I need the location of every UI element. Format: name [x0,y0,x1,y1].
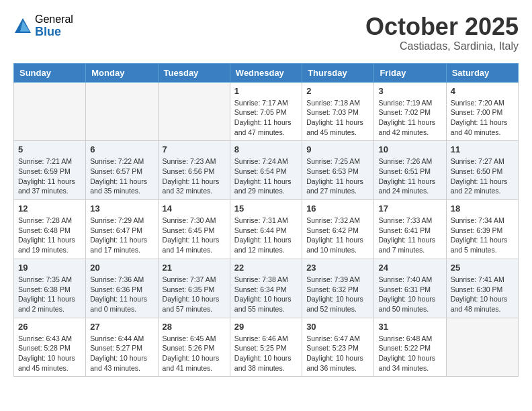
day-cell: 20Sunrise: 7:36 AM Sunset: 6:36 PM Dayli… [86,259,158,318]
day-number: 3 [378,86,441,96]
day-cell: 16Sunrise: 7:32 AM Sunset: 6:42 PM Dayli… [302,200,374,259]
day-number: 22 [234,263,298,273]
day-number: 31 [378,322,441,332]
day-info: Sunrise: 7:29 AM Sunset: 6:47 PM Dayligh… [90,216,153,255]
day-cell: 26Sunrise: 6:43 AM Sunset: 5:28 PM Dayli… [14,318,86,377]
day-cell: 9Sunrise: 7:25 AM Sunset: 6:53 PM Daylig… [302,141,374,200]
day-cell: 14Sunrise: 7:30 AM Sunset: 6:45 PM Dayli… [158,200,230,259]
day-info: Sunrise: 7:23 AM Sunset: 6:56 PM Dayligh… [163,156,226,196]
weekday-header-row: SundayMondayTuesdayWednesdayThursdayFrid… [14,63,519,82]
day-number: 1 [234,86,298,96]
day-number: 26 [18,322,81,332]
day-info: Sunrise: 7:35 AM Sunset: 6:38 PM Dayligh… [18,275,81,314]
day-number: 19 [18,263,81,273]
day-number: 9 [306,144,369,154]
day-number: 17 [378,203,441,214]
day-info: Sunrise: 7:27 AM Sunset: 6:50 PM Dayligh… [451,156,514,196]
day-info: Sunrise: 7:34 AM Sunset: 6:39 PM Dayligh… [451,216,514,255]
month-title: October 2025 [365,13,519,40]
day-cell: 31Sunrise: 6:48 AM Sunset: 5:22 PM Dayli… [374,318,446,377]
logo-general: General [35,13,73,26]
day-number: 29 [234,322,298,332]
day-number: 25 [451,263,514,273]
day-info: Sunrise: 7:40 AM Sunset: 6:31 PM Dayligh… [378,275,441,314]
logo-text: General Blue [35,13,73,38]
day-info: Sunrise: 7:25 AM Sunset: 6:53 PM Dayligh… [306,156,369,196]
weekday-header-thursday: Thursday [302,63,374,82]
day-info: Sunrise: 7:41 AM Sunset: 6:30 PM Dayligh… [451,275,514,314]
day-cell: 15Sunrise: 7:31 AM Sunset: 6:44 PM Dayli… [230,200,302,259]
week-row-2: 5Sunrise: 7:21 AM Sunset: 6:59 PM Daylig… [14,141,519,200]
day-cell [14,82,86,141]
day-cell: 24Sunrise: 7:40 AM Sunset: 6:31 PM Dayli… [374,259,446,318]
day-cell: 3Sunrise: 7:19 AM Sunset: 7:02 PM Daylig… [374,82,446,141]
day-number: 28 [163,322,226,332]
day-info: Sunrise: 7:20 AM Sunset: 7:00 PM Dayligh… [451,98,514,138]
day-number: 23 [306,263,369,273]
day-cell: 29Sunrise: 6:46 AM Sunset: 5:25 PM Dayli… [230,318,302,377]
day-info: Sunrise: 7:38 AM Sunset: 6:34 PM Dayligh… [234,275,298,314]
day-number: 30 [306,322,369,332]
day-cell: 27Sunrise: 6:44 AM Sunset: 5:27 PM Dayli… [86,318,158,377]
day-info: Sunrise: 7:33 AM Sunset: 6:41 PM Dayligh… [378,216,441,255]
weekday-header-saturday: Saturday [446,63,518,82]
day-info: Sunrise: 7:18 AM Sunset: 7:03 PM Dayligh… [306,98,369,138]
day-cell: 21Sunrise: 7:37 AM Sunset: 6:35 PM Dayli… [158,259,230,318]
day-info: Sunrise: 7:39 AM Sunset: 6:32 PM Dayligh… [306,275,369,314]
day-cell: 11Sunrise: 7:27 AM Sunset: 6:50 PM Dayli… [446,141,518,200]
weekday-header-friday: Friday [374,63,446,82]
day-number: 11 [451,144,514,154]
day-info: Sunrise: 7:32 AM Sunset: 6:42 PM Dayligh… [306,216,369,255]
day-cell: 22Sunrise: 7:38 AM Sunset: 6:34 PM Dayli… [230,259,302,318]
week-row-4: 19Sunrise: 7:35 AM Sunset: 6:38 PM Dayli… [14,259,519,318]
day-cell: 8Sunrise: 7:24 AM Sunset: 6:54 PM Daylig… [230,141,302,200]
day-info: Sunrise: 7:19 AM Sunset: 7:02 PM Dayligh… [378,98,441,138]
day-cell: 10Sunrise: 7:26 AM Sunset: 6:51 PM Dayli… [374,141,446,200]
day-number: 21 [163,263,226,273]
logo: General Blue [13,13,73,38]
day-number: 18 [451,203,514,214]
day-number: 16 [306,203,369,214]
day-info: Sunrise: 6:48 AM Sunset: 5:22 PM Dayligh… [378,334,441,373]
day-info: Sunrise: 7:30 AM Sunset: 6:45 PM Dayligh… [163,216,226,255]
day-info: Sunrise: 6:47 AM Sunset: 5:23 PM Dayligh… [306,334,369,373]
day-number: 2 [306,86,369,96]
day-info: Sunrise: 6:45 AM Sunset: 5:26 PM Dayligh… [163,334,226,373]
day-number: 7 [163,144,226,154]
day-cell: 6Sunrise: 7:22 AM Sunset: 6:57 PM Daylig… [86,141,158,200]
weekday-header-tuesday: Tuesday [158,63,230,82]
weekday-header-monday: Monday [86,63,158,82]
title-area: October 2025 Castiadas, Sardinia, Italy [365,13,519,52]
day-cell: 2Sunrise: 7:18 AM Sunset: 7:03 PM Daylig… [302,82,374,141]
day-number: 6 [90,144,153,154]
calendar-header: General Blue October 2025 Castiadas, Sar… [13,13,519,52]
day-number: 12 [18,203,81,214]
day-info: Sunrise: 7:26 AM Sunset: 6:51 PM Dayligh… [378,156,441,196]
day-number: 15 [234,203,298,214]
day-info: Sunrise: 7:31 AM Sunset: 6:44 PM Dayligh… [234,216,298,255]
day-cell: 17Sunrise: 7:33 AM Sunset: 6:41 PM Dayli… [374,200,446,259]
day-number: 20 [90,263,153,273]
day-info: Sunrise: 7:28 AM Sunset: 6:48 PM Dayligh… [18,216,81,255]
week-row-1: 1Sunrise: 7:17 AM Sunset: 7:05 PM Daylig… [14,82,519,141]
day-cell: 1Sunrise: 7:17 AM Sunset: 7:05 PM Daylig… [230,82,302,141]
day-cell: 4Sunrise: 7:20 AM Sunset: 7:00 PM Daylig… [446,82,518,141]
day-number: 4 [451,86,514,96]
logo-icon [13,17,32,36]
location-subtitle: Castiadas, Sardinia, Italy [365,40,519,52]
week-row-5: 26Sunrise: 6:43 AM Sunset: 5:28 PM Dayli… [14,318,519,377]
weekday-header-sunday: Sunday [14,63,86,82]
day-number: 13 [90,203,153,214]
day-info: Sunrise: 6:46 AM Sunset: 5:25 PM Dayligh… [234,334,298,373]
day-info: Sunrise: 6:43 AM Sunset: 5:28 PM Dayligh… [18,334,81,373]
day-number: 24 [378,263,441,273]
weekday-header-wednesday: Wednesday [230,63,302,82]
day-cell: 19Sunrise: 7:35 AM Sunset: 6:38 PM Dayli… [14,259,86,318]
day-info: Sunrise: 7:36 AM Sunset: 6:36 PM Dayligh… [90,275,153,314]
day-number: 14 [163,203,226,214]
day-cell [158,82,230,141]
day-info: Sunrise: 7:37 AM Sunset: 6:35 PM Dayligh… [163,275,226,314]
day-number: 8 [234,144,298,154]
day-info: Sunrise: 7:21 AM Sunset: 6:59 PM Dayligh… [18,156,81,196]
logo-blue: Blue [35,26,73,39]
